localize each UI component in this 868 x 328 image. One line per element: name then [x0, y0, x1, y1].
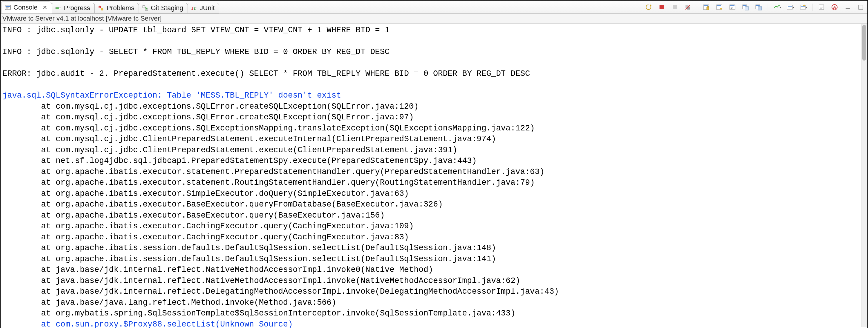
svg-text:x: x [99, 6, 100, 8]
tab-console[interactable]: Console ✕ [1, 1, 52, 13]
console-line: at org.apache.ibatis.session.defaults.De… [2, 243, 866, 254]
terminate-disabled-icon [670, 2, 680, 12]
console-line: at java.base/jdk.internal.reflect.Native… [2, 275, 866, 287]
console-line: at com.mysql.cj.jdbc.exceptions.SQLError… [2, 101, 866, 112]
console-line: at org.apache.ibatis.session.defaults.De… [2, 254, 866, 265]
console-output[interactable]: INFO : jdbc.sqlonly - UPDATE tbl_board S… [1, 24, 867, 328]
console-line: at com.mysql.cj.jdbc.ClientPreparedState… [2, 145, 866, 156]
console-line: INFO : jdbc.sqlonly - UPDATE tbl_board S… [2, 25, 866, 36]
console-line: at com.mysql.cj.jdbc.ClientPreparedState… [2, 134, 866, 145]
clear-console-icon[interactable] [817, 2, 826, 12]
show-console-icon[interactable] [727, 2, 737, 12]
tab-junit[interactable]: JU JUnit [188, 3, 219, 13]
show-when-error-icon[interactable] [754, 2, 764, 12]
svg-rect-37 [758, 6, 762, 10]
console-line: INFO : jdbc.sqlonly - SELECT * FROM TBL_… [2, 46, 866, 58]
tab-problems[interactable]: x! Problems [94, 3, 139, 13]
vertical-scrollbar[interactable] [861, 24, 867, 327]
console-line-link[interactable]: java.sql.SQLSyntaxErrorException: Table … [2, 90, 866, 101]
svg-rect-16 [659, 5, 664, 9]
pin-console-icon[interactable] [714, 2, 724, 12]
separator-icon [768, 4, 768, 11]
minimize-icon[interactable] [843, 2, 852, 12]
console-line: at com.mysql.cj.jdbc.exceptions.SQLError… [2, 112, 866, 123]
console-line: at org.apache.ibatis.executor.statement.… [2, 177, 866, 188]
console-line-link[interactable]: at com.sun.proxy.$Proxy88.selectList(Unk… [2, 319, 866, 328]
separator-icon [697, 4, 697, 11]
launch-configuration-label: VMware tc Server v4.1 at localhost [VMwa… [1, 14, 867, 24]
scrollbar-thumb[interactable] [862, 25, 866, 61]
console-line: at net.sf.log4jdbc.sql.jdbcapi.PreparedS… [2, 156, 866, 167]
svg-rect-44 [803, 5, 805, 6]
svg-rect-33 [743, 5, 746, 6]
tab-progress[interactable]: Progress [52, 3, 95, 13]
console-icon [4, 4, 11, 11]
console-line [2, 79, 866, 91]
display-selected-icon[interactable]: ▾ [785, 2, 795, 12]
terminate-icon[interactable] [657, 2, 666, 12]
svg-rect-52 [859, 5, 863, 9]
console-line: at org.apache.ibatis.executor.CachingExe… [2, 232, 866, 243]
console-line: ERROR: jdbc.audit - 2. PreparedStatement… [2, 68, 866, 79]
console-line [2, 58, 866, 69]
git-staging-icon [142, 5, 149, 11]
console-toolbar: ▾ ▾ ▾ A [644, 2, 866, 12]
svg-rect-23 [707, 7, 709, 10]
view-tab-bar: Console ✕ Progress x! Problems Git Stagi… [1, 1, 867, 14]
console-line: at org.apache.ibatis.executor.BaseExecut… [2, 199, 866, 210]
svg-rect-34 [745, 6, 748, 10]
tab-label: Git Staging [151, 4, 183, 12]
svg-rect-1 [6, 6, 10, 7]
tab-label: Console [13, 4, 38, 11]
svg-rect-29 [730, 5, 735, 6]
svg-marker-15 [650, 4, 651, 6]
svg-rect-25 [717, 5, 721, 6]
svg-rect-36 [756, 5, 760, 6]
new-console-view-icon[interactable]: ▾ [798, 2, 808, 12]
close-icon[interactable]: ✕ [42, 4, 48, 11]
console-line: at org.apache.ibatis.executor.CachingExe… [2, 221, 866, 232]
svg-rect-40 [788, 6, 792, 6]
console-line: at java.base/jdk.internal.reflect.Native… [2, 264, 866, 275]
console-line: at org.apache.ibatis.executor.BaseExecut… [2, 210, 866, 221]
svg-rect-3 [6, 9, 8, 9]
separator-icon [812, 4, 812, 11]
console-line: at java.base/java.lang.reflect.Method.in… [2, 297, 866, 308]
junit-icon: JU [191, 5, 197, 11]
svg-rect-10 [143, 6, 145, 8]
red-a-icon[interactable]: A [830, 2, 839, 12]
progress-icon [55, 5, 62, 11]
svg-text:A: A [833, 5, 836, 9]
svg-rect-27 [721, 6, 721, 8]
svg-rect-30 [731, 7, 733, 7]
tab-label: Progress [64, 4, 90, 12]
tab-label: Problems [106, 4, 134, 12]
svg-text:J: J [191, 6, 193, 11]
refresh-icon[interactable] [644, 2, 653, 12]
console-line: at org.mybatis.spring.SqlSessionTemplate… [2, 308, 866, 319]
open-console-icon[interactable]: ▾ [772, 2, 782, 12]
svg-rect-31 [731, 8, 733, 9]
svg-rect-51 [846, 8, 850, 9]
console-line: at java.base/jdk.internal.reflect.Delega… [2, 286, 866, 297]
remove-all-terminated-icon[interactable] [683, 2, 693, 12]
svg-rect-5 [56, 7, 59, 9]
svg-text:!: ! [101, 8, 102, 10]
console-line [2, 36, 866, 47]
problems-icon: x! [98, 5, 104, 11]
tab-git-staging[interactable]: Git Staging [138, 3, 188, 13]
maximize-icon[interactable] [856, 2, 866, 12]
svg-rect-2 [6, 7, 9, 8]
svg-rect-17 [673, 5, 677, 9]
scroll-lock-icon[interactable] [701, 2, 711, 12]
show-when-output-icon[interactable] [741, 2, 750, 12]
console-line: at org.apache.ibatis.executor.SimpleExec… [2, 188, 866, 199]
svg-text:U: U [193, 6, 196, 11]
tab-label: JUnit [200, 4, 215, 12]
console-line: at com.mysql.cj.jdbc.exceptions.SQLExcep… [2, 123, 866, 134]
console-line: at org.apache.ibatis.executor.statement.… [2, 167, 866, 177]
